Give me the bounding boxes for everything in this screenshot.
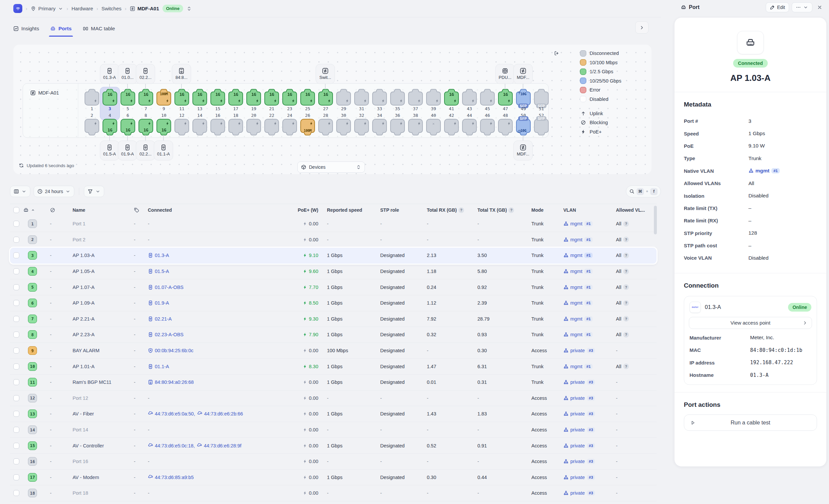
connected-device-chip[interactable]: 02.2...	[136, 141, 155, 160]
port-number[interactable]: 47	[503, 106, 508, 112]
column-header-allowed-vl-[interactable]: Allowed VL...	[616, 207, 650, 213]
port-35-chip[interactable]	[389, 89, 406, 106]
port-number[interactable]: 28	[323, 112, 328, 119]
column-header[interactable]	[10, 207, 23, 213]
row-checkbox[interactable]	[13, 363, 19, 369]
port-19-chip[interactable]: 1G	[245, 89, 262, 106]
vlan-link[interactable]: mgmt	[563, 364, 582, 369]
connected-device-link[interactable]: 44:73:d6:e6:28:9f	[197, 443, 241, 448]
connected-device-link[interactable]: 84:80:94:a0:26:68	[148, 380, 194, 385]
column-header[interactable]	[134, 207, 148, 213]
port-number[interactable]: 1	[91, 106, 93, 112]
port-29-chip[interactable]	[335, 89, 352, 106]
port-16-chip[interactable]	[209, 119, 226, 136]
table-row-port-17[interactable]: 17-AV - Modem-44:73:d6:85:a9:b50.001 Gbp…	[10, 470, 656, 486]
port-number[interactable]: 13	[197, 106, 203, 112]
port-30-chip[interactable]	[335, 119, 352, 136]
port-number[interactable]: 17	[233, 106, 239, 112]
port-7-chip[interactable]: 1G	[138, 89, 154, 106]
column-header-name[interactable]: Name	[73, 207, 134, 213]
port-name-link[interactable]: Ram's BGP MC11	[73, 380, 112, 385]
port-44-chip[interactable]	[461, 119, 478, 136]
row-checkbox[interactable]	[13, 331, 19, 337]
port-47-chip[interactable]: 1G	[497, 89, 514, 106]
port-number[interactable]: 11	[179, 106, 184, 112]
breadcrumb-item-mdf-a01[interactable]: MDF-A01	[130, 6, 159, 11]
time-range-button[interactable]: 24 hours	[34, 186, 74, 197]
table-row-port-18[interactable]: 18-Port 18--0.00----Accessprivate#3-	[10, 485, 656, 501]
port-number[interactable]: 40	[431, 112, 436, 119]
vlan-link[interactable]: mgmt	[563, 221, 582, 226]
port-number[interactable]: 2	[91, 112, 93, 119]
connected-device-chip[interactable]: MDF...	[513, 64, 533, 84]
help-icon[interactable]: ?	[623, 363, 629, 369]
column-header-total-tx-gb-[interactable]: Total TX (GB)?	[477, 207, 531, 213]
port-number[interactable]: 9	[163, 106, 165, 112]
port-23-chip[interactable]: 1G	[281, 89, 298, 106]
column-header[interactable]	[23, 207, 50, 213]
port-25-chip[interactable]: 1G	[299, 89, 316, 106]
tab-insights[interactable]: Insights	[13, 21, 39, 37]
port-number[interactable]: 10	[161, 112, 167, 119]
row-checkbox[interactable]	[13, 458, 19, 464]
help-icon[interactable]: ?	[623, 237, 629, 242]
port-number[interactable]: 33	[377, 106, 382, 112]
port-42-chip[interactable]	[443, 119, 460, 136]
port-number[interactable]: 20	[251, 112, 256, 119]
table-row-port-2[interactable]: 2-Port 2--0.00----Trunkmgmt#1All?	[10, 232, 656, 248]
port-number[interactable]: 41	[449, 106, 454, 112]
connected-device-chip[interactable]: 01.1-A	[154, 141, 173, 160]
port-number[interactable]: 8	[144, 112, 147, 119]
port-14-chip[interactable]	[191, 119, 208, 136]
row-checkbox[interactable]	[13, 379, 19, 385]
port-22-chip[interactable]	[263, 119, 280, 136]
port-number[interactable]: 32	[359, 112, 364, 119]
vlan-link[interactable]: private	[563, 475, 585, 480]
connected-device-link[interactable]: 02.23-A-OBS	[148, 332, 183, 337]
port-number[interactable]: 16	[215, 112, 220, 119]
row-checkbox[interactable]	[13, 237, 19, 243]
port-number[interactable]: 29	[341, 106, 346, 112]
table-row-port-11[interactable]: 11-Ram's BGP MC11-84:80:94:a0:26:680.001…	[10, 374, 656, 391]
vlan-link[interactable]: mgmt	[563, 332, 582, 337]
table-row-port-7[interactable]: 7-AP 2.21-A-02.21-A9.301 GbpsDesignated7…	[10, 311, 656, 327]
port-name-link[interactable]: BAY ALARM	[73, 348, 100, 353]
table-row-port-13[interactable]: 13-AV - Fiber-44:73:d6:e5:0a:50,44:73:d6…	[10, 406, 656, 422]
vlan-link[interactable]: mgmt	[563, 237, 582, 242]
port-3-chip[interactable]: 1G	[102, 89, 118, 106]
port-number[interactable]: 4	[109, 112, 111, 119]
column-header-poe-w-[interactable]: PoE+ (W)	[294, 207, 327, 213]
port-number[interactable]: 48	[503, 112, 508, 119]
vlan-link[interactable]: private	[563, 395, 585, 401]
row-checkbox[interactable]	[13, 427, 19, 433]
port-name-link[interactable]: AV - Controller	[73, 443, 104, 448]
port-40-chip[interactable]	[425, 119, 442, 136]
row-checkbox[interactable]	[13, 490, 19, 496]
help-icon[interactable]: ?	[623, 332, 629, 337]
port-number[interactable]: 43	[467, 106, 472, 112]
search-button[interactable]: ⌘ + f	[626, 185, 661, 197]
port-number[interactable]: 46	[485, 112, 490, 119]
column-header-mode[interactable]: Mode	[531, 207, 563, 213]
connected-device-chip[interactable]: PDU...	[495, 64, 515, 84]
columns-button[interactable]	[10, 186, 30, 197]
port-name-link[interactable]: Port 12	[73, 395, 88, 401]
help-icon[interactable]: ?	[508, 207, 514, 213]
port-number[interactable]: 26	[305, 112, 310, 119]
port-50-chip[interactable]: 10GSFP	[515, 119, 532, 136]
breadcrumb-item-hardware[interactable]: Hardware	[72, 6, 93, 11]
port-49-chip[interactable]: 10GSFP	[515, 89, 532, 106]
port-45-chip[interactable]	[479, 89, 496, 106]
table-row-port-1[interactable]: 1-Port 1--0.00----Trunkmgmt#1All?	[10, 216, 656, 232]
vlan-link[interactable]: private	[563, 380, 585, 385]
row-checkbox[interactable]	[13, 221, 19, 227]
connected-device-chip[interactable]: MDF...	[513, 141, 533, 160]
port-number[interactable]: 24	[287, 112, 292, 119]
vlan-link[interactable]: private	[563, 490, 585, 496]
more-menu-button[interactable]	[792, 2, 813, 12]
edit-button[interactable]: Edit	[766, 2, 789, 12]
port-name-link[interactable]: AP 1.01-A	[73, 364, 95, 369]
port-number[interactable]: 14	[197, 112, 203, 119]
help-icon[interactable]: ?	[623, 316, 629, 322]
run-cable-test-button[interactable]: Run a cable test	[684, 415, 817, 431]
